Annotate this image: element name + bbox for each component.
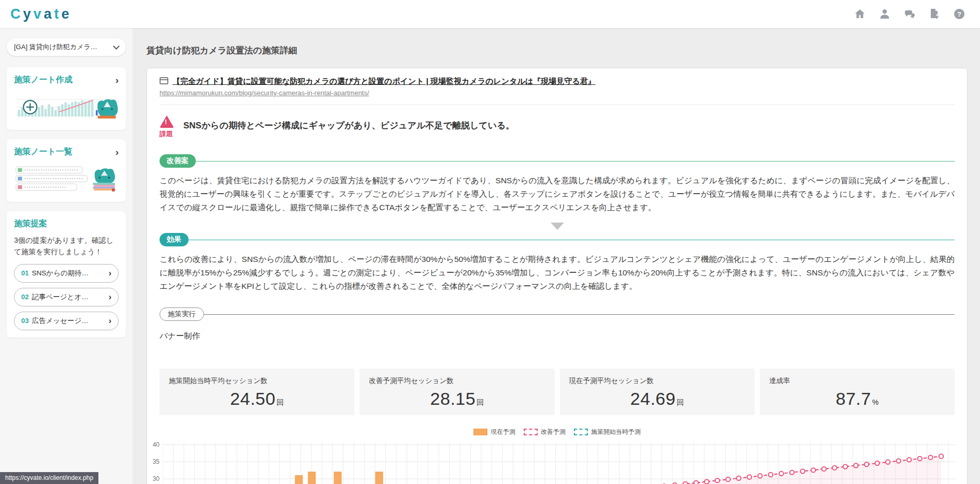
legend-swatch-bar (473, 429, 487, 435)
chevron-right-icon: › (109, 269, 111, 278)
rhino-mascot (93, 168, 115, 192)
legend-item-start[interactable]: 施策開始当時予測 (574, 428, 641, 436)
project-selector-dropdown[interactable]: [GA] 賃貸向け防犯カメラ… (7, 38, 126, 56)
main-content: 賃貸向け防犯カメラ設置法の施策詳細 【完全ガイド】賃貸に設置可能な防犯カメラの選… (133, 28, 980, 484)
proposals-title: 施策提案 (14, 218, 119, 229)
note-list-card[interactable]: 施策ノート一覧 › (7, 139, 126, 202)
proposal-button-2[interactable]: 02 記事ページとオ… › (14, 288, 119, 306)
chart-legend: 現在予測 改善予測 施策開始当時予測 (160, 428, 955, 436)
divider (196, 161, 955, 162)
note-list-title: 施策ノート一覧 (14, 146, 73, 157)
issue-headline: SNSからの期待とページ構成にギャップがあり、ビジュアル不足で離脱している。 (183, 115, 515, 139)
improvement-badge: 改善案 (160, 154, 196, 168)
home-icon[interactable] (854, 8, 866, 20)
stat-value: 28.15 (430, 389, 476, 408)
stat-card-current-sessions: 現在予測平均セッション数 24.69回 (560, 369, 755, 415)
legend-swatch-dashed-pink (524, 429, 538, 435)
page-title: 賃貸向け防犯カメラ設置法の施策詳細 (147, 45, 968, 56)
proposals-description: 3個の提案があります。確認して施策を実行しましょう！ (14, 234, 119, 258)
stat-value: 24.50 (230, 389, 276, 408)
stats-row: 施策開始当時平均セッション数 24.50回 改善予測平均セッション数 28.15… (160, 369, 955, 415)
improvement-body: このページは、賃貸住宅における防犯カメラの設置方法を解説するハウツーガイドであり… (160, 174, 955, 214)
legend-item-current[interactable]: 現在予測 (473, 428, 515, 436)
export-icon[interactable] (928, 8, 941, 20)
article-icon (160, 77, 168, 86)
stat-card-start-sessions: 施策開始当時平均セッション数 24.50回 (160, 369, 354, 415)
note-create-illustration (14, 92, 119, 122)
header-icons: ? (854, 8, 965, 20)
legend-swatch-dashed-teal (574, 429, 588, 435)
help-icon[interactable]: ? (953, 8, 965, 20)
proposal-button-3[interactable]: 03 広告メッセージ… › (14, 312, 119, 330)
execution-badge: 施策実行 (160, 307, 204, 321)
divider (189, 240, 955, 240)
svg-text:?: ? (957, 10, 961, 18)
legend-item-improved[interactable]: 改善予測 (524, 428, 566, 436)
improvement-section: 改善案 このページは、賃貸住宅における防犯カメラの設置方法を解説するハウツーガイ… (160, 154, 955, 214)
detail-card: 【完全ガイド】賃貸に設置可能な防犯カメラの選び方と設置のポイント | 現場監視カ… (147, 68, 968, 484)
stat-card-improved-sessions: 改善予測平均セッション数 28.15回 (359, 369, 554, 415)
chevron-right-icon: › (116, 75, 119, 85)
project-selector-value: [GA] 賃貸向け防犯カメラ… (14, 42, 97, 52)
chevron-right-icon: › (109, 292, 111, 302)
proposals-card: 施策提案 3個の提案があります。確認して施策を実行しましょう！ 01 SNSから… (7, 211, 126, 338)
sidebar: [GA] 賃貸向け防犯カメラ… 施策ノート作成 › 施策 (0, 28, 133, 484)
cyvate-logo[interactable]: Cyvate (10, 6, 72, 22)
divider (204, 314, 955, 315)
chart-plot-area (163, 441, 956, 484)
chevron-right-icon: › (116, 147, 119, 157)
article-url-link[interactable]: https://mimamorukun.com/blog/security-ca… (160, 89, 369, 97)
article-title-link[interactable]: 【完全ガイド】賃貸に設置可能な防犯カメラの選び方と設置のポイント | 現場監視カ… (172, 77, 596, 86)
stat-card-achievement-rate: 達成率 87.7% (760, 369, 955, 415)
note-create-title: 施策ノート作成 (14, 75, 73, 85)
issue-section: 課題 SNSからの期待とページ構成にギャップがあり、ビジュアル不足で離脱している… (160, 115, 955, 139)
effect-body: これらの改善により、SNSからの流入数が増加し、ページの滞在時間が30%から50… (160, 253, 955, 293)
execution-body: バナー制作 (160, 329, 955, 343)
execution-section: 施策実行 バナー制作 (160, 307, 955, 343)
chevron-right-icon: › (109, 316, 111, 326)
divider (160, 105, 955, 105)
link-status-tooltip: https://cyvate.io/client/index.php (0, 472, 98, 484)
chevron-down-icon (113, 43, 120, 50)
effect-section: 効果 これらの改善により、SNSからの流入数が増加し、ページの滞在時間が30%か… (160, 233, 955, 293)
triangle-down-icon (551, 223, 564, 230)
proposal-button-1[interactable]: 01 SNSからの期待… › (14, 264, 119, 283)
rhino-mascot (96, 99, 118, 119)
app-header: Cyvate ? (0, 0, 980, 28)
effect-badge: 効果 (160, 233, 189, 246)
user-icon[interactable] (878, 8, 891, 20)
chat-icon[interactable] (903, 8, 916, 20)
stat-value: 24.69 (630, 389, 676, 408)
warning-icon (160, 115, 174, 128)
sessions-chart: 現在予測 改善予測 施策開始当時予測 40353025 (160, 428, 955, 484)
stat-value: 87.7 (836, 389, 871, 408)
note-create-card[interactable]: 施策ノート作成 › (7, 67, 126, 130)
note-list-illustration (14, 164, 119, 194)
issue-label: 課題 (160, 129, 173, 139)
